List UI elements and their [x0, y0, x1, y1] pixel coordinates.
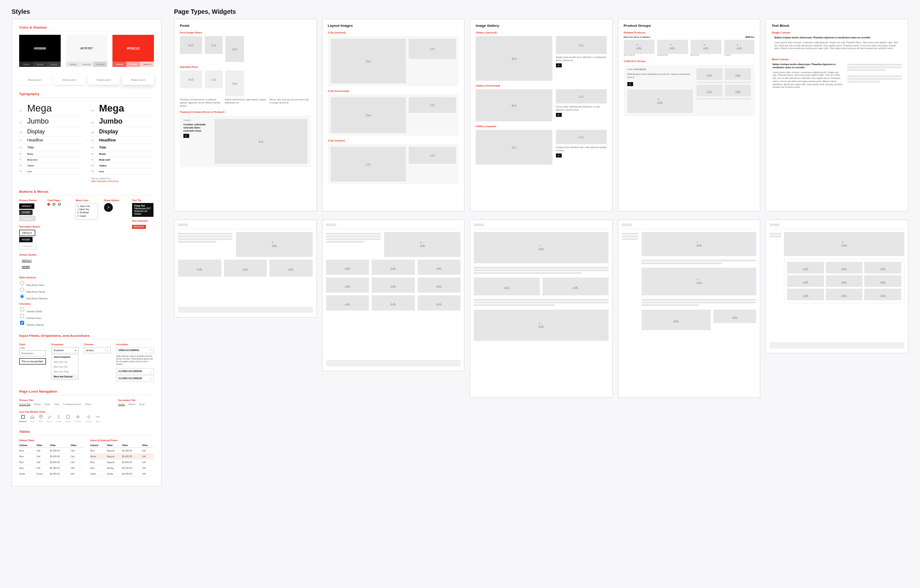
svg-point-15 — [539, 245, 541, 247]
secondary-button-disabled: DISABLED — [19, 243, 37, 249]
secondary-tabs[interactable]: ActiveDefaultHover — [118, 403, 154, 406]
section-featured-content: Featured Content (Post or Product) — [180, 111, 311, 113]
section-inputs: Input Fields, Dropdowns, and Accordions — [19, 334, 154, 340]
gallery-link[interactable]: ▸ — [556, 63, 562, 67]
icon-tab-more[interactable]: More — [95, 414, 100, 422]
chooser[interactable]: (empty)⌃⌄ — [84, 347, 111, 353]
heading-hover-table: Hover & Selected Rows — [90, 439, 154, 442]
svg-point-2 — [58, 416, 59, 417]
hover-table: ColumnOtherOtherOtherRowDeposit$2,200.00… — [90, 443, 154, 477]
placeholder-4x3: 4x3 — [180, 36, 202, 54]
primary-button[interactable]: DEFAULT — [19, 203, 34, 209]
gallery-caption: Volupat donec tincidunt velit, nulla veh… — [556, 146, 607, 152]
icon-tab-writers[interactable]: Writers — [47, 414, 53, 422]
wireframe-page-3 — [470, 219, 613, 398]
card-product-groups: Product Groups Related Products More Fro… — [618, 19, 761, 211]
svg-rect-3 — [66, 415, 69, 418]
text-lede: Nullam tristique iaculis ullamcorper. Ph… — [772, 63, 843, 69]
featured-link[interactable]: ▸ — [183, 134, 189, 138]
radio-list[interactable]: Radio Button Name Radio Button (Hover) R… — [19, 280, 154, 300]
section-related-products: Related Products — [624, 31, 755, 34]
collection-text: Pellentesque luctus imperdiet and proin … — [627, 73, 693, 79]
icon-tab-guides[interactable]: Guides — [65, 414, 71, 422]
breaking-chip: BREAKING — [132, 225, 146, 229]
card-title: Posts — [180, 24, 311, 28]
text-field[interactable] — [19, 350, 46, 356]
image-placeholder — [627, 90, 693, 113]
section-typography: Typography — [19, 92, 154, 98]
svg-point-6 — [97, 417, 98, 417]
svg-point-13 — [272, 242, 274, 244]
post-text: Nullam velit tincidunt, aget sapien cong… — [225, 98, 266, 107]
collection-link[interactable]: ▸ — [627, 82, 633, 86]
placeholder-1x1: 1x1 — [556, 36, 607, 54]
accordion-open[interactable]: OPEN ACCORDION⌃ — [116, 347, 154, 353]
card-title: Product Groups — [624, 24, 755, 28]
tertiary-button[interactable]: DEFAULT — [19, 258, 34, 263]
post-text: Phasellus sit amet erit eu mi placerat a… — [180, 98, 221, 107]
heading-icon-tab: Icon Tab (Mobile Only) — [19, 410, 100, 413]
svg-point-4 — [88, 417, 89, 418]
icon-tab-featured[interactable]: Featured — [19, 414, 26, 422]
icon-tab-settings[interactable]: Settings — [85, 414, 91, 422]
tertiary-button-hover[interactable]: HOVER — [19, 264, 33, 269]
card-image-gallery: Image Gallery Gallery (vertical) 3x4 1x1… — [470, 19, 613, 211]
heading-default-table: Default Table — [19, 439, 83, 442]
icon-tab-people[interactable]: People — [56, 414, 62, 422]
heading-text-indicator: Text Indicator — [132, 219, 154, 222]
gallery-link[interactable]: ▸ — [556, 153, 562, 157]
accordion-closed[interactable]: CLOSED ACCORDION⌄ — [116, 368, 154, 374]
section-2up-vertical: 2-Up (vertical) — [328, 31, 459, 34]
post-text: Mel et. Nam sius quis du odi runcus dat … — [269, 98, 311, 107]
placeholder-3x4: 3x4 — [225, 70, 244, 96]
icon-tab-maps[interactable]: Maps — [38, 414, 43, 422]
section-gallery-vertical: Gallery (vertical) — [476, 31, 607, 34]
section-2up-square: 2-Up (square) — [328, 139, 459, 142]
view-all-link[interactable]: VIEW ALL — [745, 36, 754, 38]
placeholder-1x1: 1x1 — [409, 39, 456, 59]
section-gallery-horizontal: Gallery (horizontal) — [476, 84, 607, 87]
primary-button-hover[interactable]: HOVER — [19, 210, 33, 215]
dropdown-menu[interactable]: Active Dropdown Menu Item One Menu Item … — [51, 354, 78, 380]
wireframe-page-1 — [174, 219, 317, 318]
placeholder-1x1: 1x1 — [409, 97, 456, 113]
default-table: ColumnOtherOtherOtherRowCell$2,200.00Cel… — [19, 443, 83, 477]
featured-tag: category — [183, 119, 210, 121]
primary-tabs[interactable]: Active TabDefaultHoverOtherP-collapse (h… — [19, 403, 100, 406]
svg-point-5 — [96, 417, 97, 417]
placeholder-4x3: 4x3 — [476, 89, 552, 121]
dropdown[interactable]: Dropdown▾ — [51, 347, 78, 353]
svg-point-17 — [696, 241, 698, 243]
accordion-closed[interactable]: CLOSED ACCORDION⌄ — [116, 375, 154, 381]
tooltip: Fringe Text Pellentesque 2017 Vestibulum… — [132, 203, 153, 217]
card-pager[interactable] — [47, 203, 69, 206]
secondary-button[interactable]: DEFAULT — [19, 230, 35, 236]
text-field-focused[interactable] — [19, 358, 46, 364]
heading-tooltip: Tool Tip — [132, 199, 154, 202]
share-button[interactable]: ↗ — [104, 203, 113, 212]
svg-point-10 — [704, 44, 705, 46]
section-multi-column: Multi-Column — [771, 58, 903, 61]
heading-share-button: Share Button — [104, 199, 126, 202]
gallery-link[interactable]: ▸ — [556, 113, 562, 117]
icon-tab-favorites[interactable]: Favorites — [75, 414, 82, 422]
heading-menu-card: Menu Card — [75, 199, 97, 202]
placeholder-1x1: 1x1 — [409, 147, 456, 164]
section-post-image-rules: Post Image Rules — [180, 31, 311, 34]
wireframe-page-5 — [766, 219, 908, 353]
menu-card[interactable]: ✎ Option One + Option Two ↻ Download ✕ C… — [75, 203, 97, 219]
section-gallery-square: Gallery (square) — [476, 125, 607, 128]
secondary-button-hover[interactable]: HOVER — [19, 237, 33, 242]
heading-radio: Radio Buttons — [19, 276, 154, 279]
shadow-row: Shadow Level 1 Shadow Level 2 Shadow Lev… — [19, 75, 154, 85]
morefrom-label: More From About a Collection — [624, 36, 651, 38]
heading-secondary-button: Secondary Button — [19, 225, 41, 228]
heading-dropdown: Dropdown — [51, 343, 78, 346]
placeholder-1x1: 1x1 — [215, 119, 307, 164]
icon-tab-home[interactable]: Home — [30, 414, 35, 422]
section-2up-horizontal: 2-Up (horizontal) — [328, 90, 459, 92]
heading-tertiary-button: Tertiary Button — [19, 253, 41, 256]
checkbox-list[interactable]: Checkbox Default Checkbox Hover Checkbox… — [19, 306, 154, 326]
heading-field: Field — [19, 343, 46, 346]
icon-tab-bar[interactable]: FeaturedHomeMapsWritersPeopleGuidesFavor… — [19, 414, 100, 422]
